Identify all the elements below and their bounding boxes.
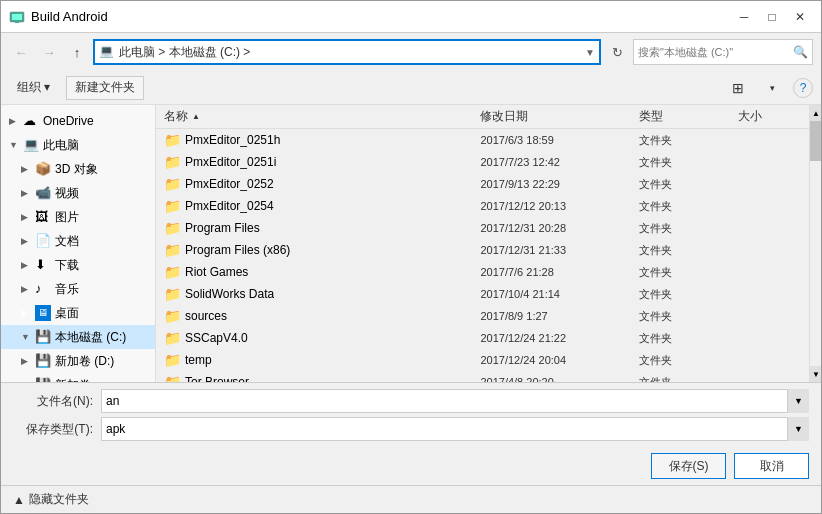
file-date: 2017/9/13 22:29 <box>472 178 630 190</box>
file-type: 文件夹 <box>631 331 730 346</box>
sidebar-item-newvol[interactable]: ▶ 💾 新加卷 <box>1 373 155 382</box>
file-type: 文件夹 <box>631 199 730 214</box>
file-type: 文件夹 <box>631 243 730 258</box>
folder-icon: 📁 <box>164 220 181 236</box>
expand-icon: ▶ <box>21 284 33 294</box>
sidebar-item-ddrive[interactable]: ▶ 💾 新加卷 (D:) <box>1 349 155 373</box>
expand-icon: ▶ <box>21 212 33 222</box>
hide-files-button[interactable]: ▲ 隐藏文件夹 <box>13 491 89 508</box>
scroll-down-button[interactable]: ▼ <box>810 366 821 382</box>
expand-icon: ▼ <box>21 332 33 342</box>
svg-rect-2 <box>15 21 19 23</box>
filename-dropdown-button[interactable]: ▼ <box>787 389 809 413</box>
file-row[interactable]: 📁 Program Files 2017/12/31 20:28 文件夹 <box>156 217 809 239</box>
window-controls: ─ □ ✕ <box>731 8 813 26</box>
save-button[interactable]: 保存(S) <box>651 453 726 479</box>
folder-icon: 📁 <box>164 198 181 214</box>
sidebar-item-label: 桌面 <box>55 305 79 322</box>
expand-icon: ▶ <box>21 236 33 246</box>
documents-icon: 📄 <box>35 233 51 249</box>
file-row[interactable]: 📁 sources 2017/8/9 1:27 文件夹 <box>156 305 809 327</box>
sidebar-item-thispc[interactable]: ▼ 💻 此电脑 <box>1 133 155 157</box>
col-header-type[interactable]: 类型 <box>631 105 730 128</box>
view-dropdown-button[interactable]: ▾ <box>759 76 785 100</box>
view-mode-button[interactable]: ⊞ <box>725 76 751 100</box>
new-folder-button[interactable]: 新建文件夹 <box>66 76 144 100</box>
file-type: 文件夹 <box>631 309 730 324</box>
search-button[interactable]: 🔍 <box>793 45 808 59</box>
file-name: PmxEditor_0254 <box>185 199 274 213</box>
file-row[interactable]: 📁 PmxEditor_0252 2017/9/13 22:29 文件夹 <box>156 173 809 195</box>
onedrive-icon: ☁ <box>23 113 39 129</box>
sidebar-item-pictures[interactable]: ▶ 🖼 图片 <box>1 205 155 229</box>
file-row[interactable]: 📁 PmxEditor_0254 2017/12/12 20:13 文件夹 <box>156 195 809 217</box>
sidebar-item-cdrive[interactable]: ▼ 💾 本地磁盘 (C:) <box>1 325 155 349</box>
sidebar-item-documents[interactable]: ▶ 📄 文档 <box>1 229 155 253</box>
sidebar-item-label: 本地磁盘 (C:) <box>55 329 126 346</box>
sidebar-item-music[interactable]: ▶ ♪ 音乐 <box>1 277 155 301</box>
scroll-up-button[interactable]: ▲ <box>810 105 821 121</box>
file-name: sources <box>185 309 227 323</box>
forward-button[interactable]: → <box>37 40 61 64</box>
file-row[interactable]: 📁 SSCapV4.0 2017/12/24 21:22 文件夹 <box>156 327 809 349</box>
refresh-button[interactable]: ↻ <box>605 40 629 64</box>
file-row[interactable]: 📁 Tor Browser 2017/4/8 20:20 文件夹 <box>156 371 809 382</box>
sidebar: ▶ ☁ OneDrive ▼ 💻 此电脑 ▶ 📦 3D 对象 ▶ 📹 视频 <box>1 105 156 382</box>
col-header-date[interactable]: 修改日期 <box>472 105 630 128</box>
cancel-button[interactable]: 取消 <box>734 453 809 479</box>
sidebar-item-downloads[interactable]: ▶ ⬇ 下载 <box>1 253 155 277</box>
footer-bar: ▲ 隐藏文件夹 <box>1 485 821 513</box>
folder-icon: 📁 <box>164 286 181 302</box>
hide-files-label: 隐藏文件夹 <box>29 491 89 508</box>
sidebar-item-desktop[interactable]: ▶ 🖥 桌面 <box>1 301 155 325</box>
scroll-track[interactable] <box>810 121 821 366</box>
file-name: Tor Browser <box>185 375 249 382</box>
scroll-thumb[interactable] <box>810 121 821 161</box>
sidebar-item-label: 新加卷 (D:) <box>55 353 114 370</box>
filename-label: 文件名(N): <box>13 393 93 410</box>
sidebar-item-onedrive[interactable]: ▶ ☁ OneDrive <box>1 109 155 133</box>
organize-button[interactable]: 组织 ▾ <box>9 76 58 100</box>
file-list: 名称 ▲ 修改日期 类型 大小 📁 PmxEditor_0251h 2017/6… <box>156 105 809 382</box>
sidebar-item-3dobjects[interactable]: ▶ 📦 3D 对象 <box>1 157 155 181</box>
file-type: 文件夹 <box>631 375 730 383</box>
file-row[interactable]: 📁 temp 2017/12/24 20:04 文件夹 <box>156 349 809 371</box>
address-bar[interactable]: 💻 此电脑 > 本地磁盘 (C:) > ▼ <box>93 39 601 65</box>
file-row[interactable]: 📁 PmxEditor_0251i 2017/7/23 12:42 文件夹 <box>156 151 809 173</box>
file-name: PmxEditor_0252 <box>185 177 274 191</box>
sidebar-item-videos[interactable]: ▶ 📹 视频 <box>1 181 155 205</box>
up-button[interactable]: ↑ <box>65 40 89 64</box>
downloads-icon: ⬇ <box>35 257 51 273</box>
file-name: SSCapV4.0 <box>185 331 248 345</box>
sidebar-item-label: 视频 <box>55 185 79 202</box>
file-date: 2017/10/4 21:14 <box>472 288 630 300</box>
maximize-button[interactable]: □ <box>759 8 785 26</box>
file-date: 2017/6/3 18:59 <box>472 134 630 146</box>
file-row[interactable]: 📁 Riot Games 2017/7/6 21:28 文件夹 <box>156 261 809 283</box>
folder-icon: 📁 <box>164 374 181 382</box>
help-button[interactable]: ? <box>793 78 813 98</box>
file-name: SolidWorks Data <box>185 287 274 301</box>
sidebar-item-label: 音乐 <box>55 281 79 298</box>
search-bar[interactable]: 🔍 <box>633 39 813 65</box>
col-header-name[interactable]: 名称 ▲ <box>156 105 472 128</box>
filename-input[interactable] <box>101 389 809 413</box>
scrollbar[interactable]: ▲ ▼ <box>809 105 821 382</box>
file-type: 文件夹 <box>631 353 730 368</box>
expand-icon: ▶ <box>9 116 21 126</box>
pc-icon: 💻 <box>23 137 39 153</box>
file-row[interactable]: 📁 SolidWorks Data 2017/10/4 21:14 文件夹 <box>156 283 809 305</box>
back-button[interactable]: ← <box>9 40 33 64</box>
minimize-button[interactable]: ─ <box>731 8 757 26</box>
search-input[interactable] <box>638 46 791 58</box>
col-header-size[interactable]: 大小 <box>730 105 809 128</box>
file-type: 文件夹 <box>631 177 730 192</box>
file-row[interactable]: 📁 PmxEditor_0251h 2017/6/3 18:59 文件夹 <box>156 129 809 151</box>
filetype-label: 保存类型(T): <box>13 421 93 438</box>
file-type: 文件夹 <box>631 265 730 280</box>
close-button[interactable]: ✕ <box>787 8 813 26</box>
file-row[interactable]: 📁 Program Files (x86) 2017/12/31 21:33 文… <box>156 239 809 261</box>
expand-icon: ▼ <box>9 140 21 150</box>
filetype-select[interactable]: apkziptar.gz <box>101 417 809 441</box>
file-name: Riot Games <box>185 265 248 279</box>
